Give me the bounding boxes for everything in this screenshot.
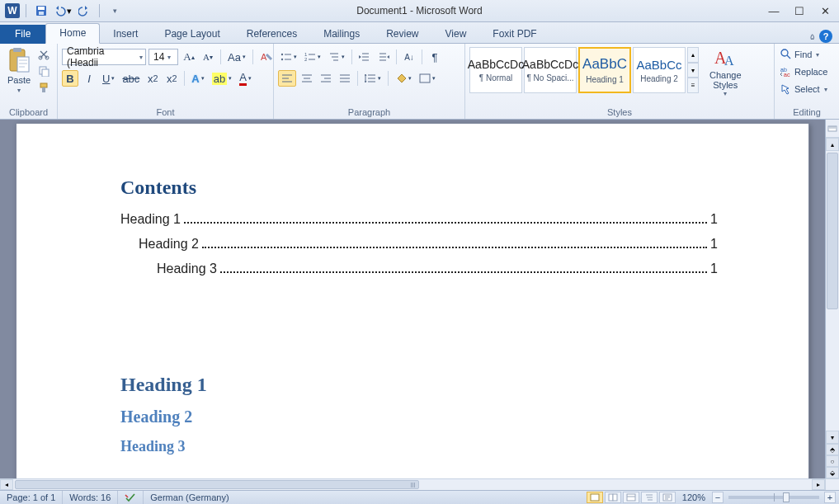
quick-save-button[interactable]: [32, 2, 50, 19]
font-color-button[interactable]: A▾: [237, 70, 254, 87]
toc-entry[interactable]: Heading 2 1: [120, 237, 718, 252]
tab-mailings[interactable]: Mailings: [310, 25, 373, 44]
increase-indent-button[interactable]: [375, 49, 392, 65]
svg-point-13: [281, 54, 283, 55]
redo-button[interactable]: [75, 2, 93, 19]
status-zoom-value[interactable]: 120%: [682, 492, 705, 502]
clear-formatting-button[interactable]: A: [257, 49, 276, 65]
font-name-combo[interactable]: Cambria (Headii▾: [62, 49, 146, 65]
scroll-up-button[interactable]: ▴: [826, 138, 839, 151]
replace-button[interactable]: abac Replace: [779, 65, 829, 78]
highlight-button[interactable]: ab▾: [210, 70, 234, 87]
scroll-thumb[interactable]: [827, 153, 838, 309]
change-case-button[interactable]: Aa▾: [225, 49, 248, 65]
align-center-button[interactable]: [299, 70, 315, 87]
prev-page-button[interactable]: ⬘: [826, 444, 839, 455]
justify-button[interactable]: [337, 70, 353, 87]
align-left-button[interactable]: [278, 70, 296, 87]
undo-button[interactable]: ▾: [54, 2, 72, 19]
bold-button[interactable]: B: [62, 70, 78, 87]
show-marks-button[interactable]: ¶: [427, 49, 443, 65]
shrink-font-button[interactable]: A▾: [200, 49, 216, 65]
ribbon-minimize-icon[interactable]: ۵: [810, 32, 814, 41]
horizontal-scrollbar[interactable]: ◂ ▸: [0, 478, 825, 490]
scroll-down-button[interactable]: ▾: [826, 431, 839, 444]
zoom-thumb[interactable]: [783, 492, 790, 502]
page[interactable]: Contents Heading 1 1 Heading 2 1 Heading…: [16, 123, 809, 478]
qat-customize-button[interactable]: ▾: [106, 2, 124, 19]
tab-references[interactable]: References: [233, 25, 310, 44]
copy-button[interactable]: [36, 64, 51, 78]
minimize-button[interactable]: —: [761, 2, 786, 19]
toc-entry[interactable]: Heading 1 1: [120, 212, 718, 227]
status-language[interactable]: German (Germany): [144, 491, 235, 504]
close-button[interactable]: ✕: [813, 2, 837, 19]
align-right-button[interactable]: [318, 70, 334, 87]
style-no-spacing[interactable]: AaBbCcDc ¶ No Spaci...: [524, 47, 577, 93]
tab-insert[interactable]: Insert: [100, 25, 151, 44]
style-heading-2[interactable]: AaBbCc Heading 2: [633, 47, 686, 93]
gallery-down-button[interactable]: ▾: [687, 63, 699, 78]
view-print-layout-button[interactable]: [587, 492, 603, 503]
style-heading-1[interactable]: AaBbC Heading 1: [578, 47, 631, 93]
browse-object-button[interactable]: ○: [826, 455, 839, 467]
toc-entry[interactable]: Heading 3 1: [120, 261, 718, 276]
svg-rect-27: [627, 494, 635, 501]
multilevel-list-button[interactable]: ▾: [326, 49, 347, 65]
superscript-button[interactable]: x2: [163, 70, 180, 87]
bullets-button[interactable]: ▾: [278, 49, 299, 65]
next-page-button[interactable]: ⬙: [826, 467, 839, 478]
underline-button[interactable]: U▾: [100, 70, 117, 87]
decrease-indent-button[interactable]: [356, 49, 373, 65]
paste-button[interactable]: Paste ▾: [4, 45, 34, 96]
find-button[interactable]: Find▾: [779, 48, 829, 61]
app-icon[interactable]: W: [5, 3, 20, 18]
maximize-button[interactable]: ☐: [787, 2, 812, 19]
borders-button[interactable]: ▾: [417, 70, 438, 87]
grow-font-button[interactable]: A▴: [181, 49, 197, 65]
tab-foxit[interactable]: Foxit PDF: [479, 25, 549, 44]
tab-review[interactable]: Review: [373, 25, 431, 44]
status-proofing[interactable]: [118, 491, 144, 504]
change-styles-button[interactable]: AA Change Styles ▾: [706, 45, 745, 99]
document-area[interactable]: Contents Heading 1 1 Heading 2 1 Heading…: [0, 120, 825, 478]
sort-button[interactable]: A↓: [401, 49, 417, 65]
status-words[interactable]: Words: 16: [63, 491, 118, 504]
status-page[interactable]: Page: 1 of 1: [0, 491, 63, 504]
scroll-left-button[interactable]: ◂: [0, 479, 13, 490]
strikethrough-button[interactable]: abc: [120, 70, 142, 87]
tab-view[interactable]: View: [432, 25, 480, 44]
style-normal[interactable]: AaBbCcDc ¶ Normal: [469, 47, 522, 93]
help-button[interactable]: ?: [819, 30, 832, 43]
font-size-combo[interactable]: 14▾: [148, 49, 178, 65]
view-outline-button[interactable]: [641, 492, 658, 503]
svg-rect-26: [613, 494, 617, 501]
numbering-button[interactable]: 12▾: [302, 49, 323, 65]
hscroll-thumb[interactable]: [15, 480, 419, 489]
text-effects-button[interactable]: A▾: [189, 70, 206, 87]
subscript-button[interactable]: x2: [144, 70, 161, 87]
view-draft-button[interactable]: [659, 492, 676, 503]
copy-icon: [38, 65, 49, 77]
gallery-more-button[interactable]: ≡: [687, 78, 699, 93]
format-painter-button[interactable]: [36, 80, 51, 95]
vertical-scrollbar[interactable]: ▴ ▾ ⬘ ○ ⬙: [826, 138, 839, 478]
scissors-icon: [38, 49, 49, 60]
view-web-layout-button[interactable]: [623, 492, 639, 503]
tab-file[interactable]: File: [0, 25, 45, 44]
line-spacing-button[interactable]: ▾: [362, 70, 384, 87]
ruler-toggle-button[interactable]: [826, 120, 839, 138]
zoom-out-button[interactable]: −: [712, 492, 724, 503]
heading-2: Heading 2: [120, 407, 718, 426]
view-full-screen-button[interactable]: [605, 492, 621, 503]
zoom-slider[interactable]: [728, 496, 819, 499]
gallery-up-button[interactable]: ▴: [687, 47, 699, 63]
scroll-right-button[interactable]: ▸: [812, 479, 825, 490]
cut-button[interactable]: [36, 47, 51, 62]
select-button[interactable]: Select▾: [779, 82, 829, 96]
shading-button[interactable]: ▾: [393, 70, 414, 87]
tab-page-layout[interactable]: Page Layout: [151, 25, 233, 44]
zoom-in-button[interactable]: +: [824, 492, 836, 503]
tab-home[interactable]: Home: [45, 23, 100, 44]
italic-button[interactable]: I: [81, 70, 97, 87]
